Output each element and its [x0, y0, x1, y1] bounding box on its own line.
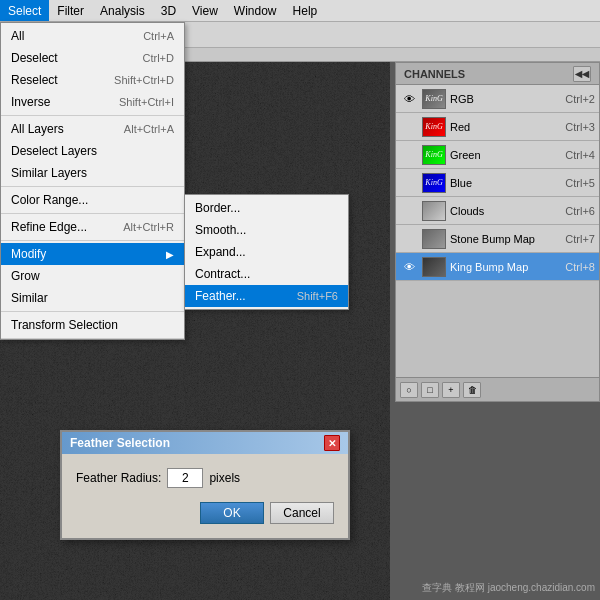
channel-name-blue: Blue — [450, 177, 565, 189]
channel-thumb-rgb: KinG — [422, 89, 446, 109]
channel-name-red: Red — [450, 121, 565, 133]
channel-row-king[interactable]: 👁 King Bump Map Ctrl+8 — [396, 253, 599, 281]
menu-section-2: All Layers Alt+Ctrl+A Deselect Layers Si… — [1, 116, 184, 187]
channel-shortcut-blue: Ctrl+5 — [565, 177, 595, 189]
menu-item-similar[interactable]: Similar — [1, 287, 184, 309]
channel-thumb-blue: KinG — [422, 173, 446, 193]
channel-name-rgb: RGB — [450, 93, 565, 105]
feather-radius-input[interactable] — [167, 468, 203, 488]
channels-collapse-btn[interactable]: ◀◀ — [573, 66, 591, 82]
submenu-item-contract[interactable]: Contract... — [185, 263, 348, 285]
feather-ok-button[interactable]: OK — [200, 502, 264, 524]
menu-section-6: Transform Selection — [1, 312, 184, 339]
channels-title: CHANNELS — [404, 68, 465, 80]
menu-item-modify[interactable]: Modify ▶ — [1, 243, 184, 265]
channels-panel: CHANNELS ◀◀ 👁 KinG RGB Ctrl+2 KinG Red C… — [395, 62, 600, 402]
menu-help[interactable]: Help — [285, 0, 326, 21]
channels-header: CHANNELS ◀◀ — [396, 63, 599, 85]
menu-item-reselect[interactable]: Reselect Shift+Ctrl+D — [1, 69, 184, 91]
feather-dialog-title: Feather Selection — [70, 436, 170, 450]
menu-filter[interactable]: Filter — [49, 0, 92, 21]
channel-shortcut-red: Ctrl+3 — [565, 121, 595, 133]
feather-radius-label: Feather Radius: — [76, 471, 161, 485]
menu-section-1: All Ctrl+A Deselect Ctrl+D Reselect Shif… — [1, 23, 184, 116]
menu-item-deselect-layers[interactable]: Deselect Layers — [1, 140, 184, 162]
modify-submenu: Border... Smooth... Expand... Contract..… — [184, 194, 349, 310]
channel-thumb-green: KinG — [422, 145, 446, 165]
menu-section-4: Refine Edge... Alt+Ctrl+R — [1, 214, 184, 241]
menu-item-inverse[interactable]: Inverse Shift+Ctrl+I — [1, 91, 184, 113]
channel-shortcut-green: Ctrl+4 — [565, 149, 595, 161]
menu-view[interactable]: View — [184, 0, 226, 21]
eye-icon-king[interactable]: 👁 — [400, 258, 418, 276]
menu-item-all-layers[interactable]: All Layers Alt+Ctrl+A — [1, 118, 184, 140]
channel-shortcut-stone: Ctrl+7 — [565, 233, 595, 245]
channel-name-king: King Bump Map — [450, 261, 565, 273]
eye-icon-blue[interactable] — [400, 174, 418, 192]
channel-row-rgb[interactable]: 👁 KinG RGB Ctrl+2 — [396, 85, 599, 113]
submenu-item-feather[interactable]: Feather... Shift+F6 — [185, 285, 348, 307]
feather-input-row: Feather Radius: pixels — [76, 468, 334, 488]
channel-row-clouds[interactable]: Clouds Ctrl+6 — [396, 197, 599, 225]
menu-item-deselect[interactable]: Deselect Ctrl+D — [1, 47, 184, 69]
menu-item-all[interactable]: All Ctrl+A — [1, 25, 184, 47]
channel-btn-dotted-circle[interactable]: ○ — [400, 382, 418, 398]
channel-btn-new[interactable]: + — [442, 382, 460, 398]
feather-dialog: Feather Selection ✕ Feather Radius: pixe… — [60, 430, 350, 540]
feather-titlebar: Feather Selection ✕ — [62, 432, 348, 454]
eye-icon-clouds[interactable] — [400, 202, 418, 220]
eye-icon-red[interactable] — [400, 118, 418, 136]
channel-thumb-king — [422, 257, 446, 277]
channel-shortcut-rgb: Ctrl+2 — [565, 93, 595, 105]
menu-item-similar-layers[interactable]: Similar Layers — [1, 162, 184, 184]
channel-name-clouds: Clouds — [450, 205, 565, 217]
channel-row-green[interactable]: KinG Green Ctrl+4 — [396, 141, 599, 169]
channel-thumb-stone — [422, 229, 446, 249]
feather-dialog-buttons: OK Cancel — [76, 502, 334, 524]
feather-cancel-button[interactable]: Cancel — [270, 502, 334, 524]
channel-name-green: Green — [450, 149, 565, 161]
channel-row-red[interactable]: KinG Red Ctrl+3 — [396, 113, 599, 141]
eye-icon-rgb[interactable]: 👁 — [400, 90, 418, 108]
menu-item-refine-edge[interactable]: Refine Edge... Alt+Ctrl+R — [1, 216, 184, 238]
menu-select[interactable]: Select — [0, 0, 49, 21]
channel-btn-delete[interactable]: 🗑 — [463, 382, 481, 398]
channel-shortcut-clouds: Ctrl+6 — [565, 205, 595, 217]
channel-thumb-clouds — [422, 201, 446, 221]
menu-3d[interactable]: 3D — [153, 0, 184, 21]
channels-bottom-toolbar: ○ □ + 🗑 — [396, 377, 599, 401]
submenu-item-smooth[interactable]: Smooth... — [185, 219, 348, 241]
menu-item-grow[interactable]: Grow — [1, 265, 184, 287]
menu-item-transform-selection[interactable]: Transform Selection — [1, 314, 184, 336]
menu-bar: Select Filter Analysis 3D View Window He… — [0, 0, 600, 22]
select-dropdown-menu: All Ctrl+A Deselect Ctrl+D Reselect Shif… — [0, 22, 185, 340]
channel-name-stone: Stone Bump Map — [450, 233, 565, 245]
channel-btn-save[interactable]: □ — [421, 382, 439, 398]
feather-pixels-label: pixels — [209, 471, 240, 485]
feather-dialog-body: Feather Radius: pixels OK Cancel — [62, 454, 348, 532]
menu-item-color-range[interactable]: Color Range... — [1, 189, 184, 211]
eye-icon-stone[interactable] — [400, 230, 418, 248]
feather-close-button[interactable]: ✕ — [324, 435, 340, 451]
channel-thumb-red: KinG — [422, 117, 446, 137]
menu-section-5: Modify ▶ Grow Similar — [1, 241, 184, 312]
submenu-item-expand[interactable]: Expand... — [185, 241, 348, 263]
channel-row-stone[interactable]: Stone Bump Map Ctrl+7 — [396, 225, 599, 253]
eye-icon-green[interactable] — [400, 146, 418, 164]
channel-row-blue[interactable]: KinG Blue Ctrl+5 — [396, 169, 599, 197]
submenu-item-border[interactable]: Border... — [185, 197, 348, 219]
menu-window[interactable]: Window — [226, 0, 285, 21]
menu-analysis[interactable]: Analysis — [92, 0, 153, 21]
channel-shortcut-king: Ctrl+8 — [565, 261, 595, 273]
watermark-bottom: 查字典 教程网 jaocheng.chazidian.com — [422, 581, 595, 595]
menu-section-3: Color Range... — [1, 187, 184, 214]
